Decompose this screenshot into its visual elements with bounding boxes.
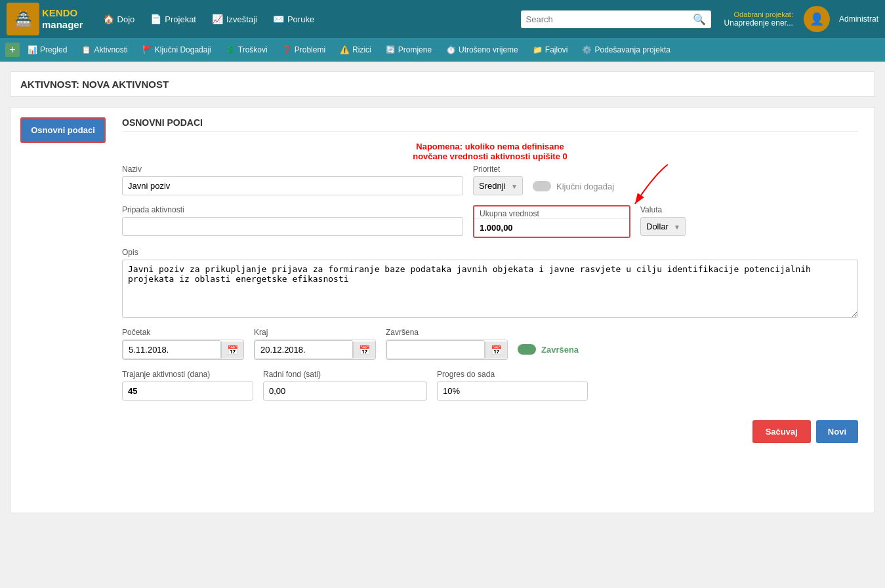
ukupna-input[interactable]: [474, 218, 629, 237]
second-navigation: + 📊 Pregled 📋 Aktivnosti 🚩 Ključni Događ…: [0, 38, 885, 62]
opis-textarea[interactable]: Javni poziv za prikupljanje prijava za f…: [122, 260, 858, 318]
row-dates: Početak 📅 Kraj 📅 Završena: [122, 328, 858, 360]
pocetak-label: Početak: [122, 328, 244, 337]
content-layout: Osnovni podaci OSNOVNI PODACI Napomena: …: [10, 107, 875, 513]
zavrsena-input-wrapper: 📅: [386, 340, 508, 360]
project-info: Odabrani projekat: Unapređenje ener...: [724, 10, 793, 28]
chart-small-icon: 📊: [28, 45, 37, 54]
valuta-select[interactable]: Dollar Euro KM: [640, 217, 686, 236]
refresh-icon: 🔄: [386, 45, 396, 54]
arrow-annotation: [615, 161, 674, 214]
group-ukupna: Ukupna vrednost: [473, 205, 630, 238]
logo-icon: 🏯: [7, 3, 39, 35]
home-icon: 🏠: [103, 14, 114, 24]
zavrsena-input[interactable]: [386, 340, 485, 359]
notice-container: Napomena: ukoliko nema definisane novčan…: [122, 142, 858, 161]
pocetak-calendar-button[interactable]: 📅: [221, 342, 243, 359]
project-label: Odabrani projekat:: [724, 10, 793, 18]
radni-label: Radni fond (sati): [263, 370, 427, 379]
pocetak-input-wrapper: 📅: [122, 340, 244, 360]
nav-problemi[interactable]: ❓ Problemi: [276, 42, 332, 58]
row-trajanje-progres: Trajanje aktivnosti (dana) Radni fond (s…: [122, 370, 858, 401]
search-input[interactable]: [526, 14, 689, 24]
top-navigation: 🏯 KENDOmanager 🏠 Dojo 📄 Projekat 📈 Izveš…: [0, 0, 885, 38]
dollar-icon: 💲: [226, 45, 236, 54]
nav-fajlovi[interactable]: 📁 Fajlovi: [526, 42, 575, 58]
kljucni-dogadjaj-checkbox[interactable]: [533, 181, 551, 191]
zavrsena-toggle[interactable]: [518, 344, 536, 355]
group-naziv: Naziv: [122, 165, 463, 195]
avatar[interactable]: 👤: [804, 6, 830, 32]
folder-icon: 📁: [533, 45, 543, 54]
kraj-input-wrapper: 📅: [254, 340, 376, 360]
valuta-select-wrapper: Dollar Euro KM: [640, 217, 686, 236]
group-prioritet: Prioritet Nizak Srednji Visok: [473, 165, 523, 195]
group-trajanje: Trajanje aktivnosti (dana): [122, 370, 253, 401]
search-icon[interactable]: 🔍: [693, 13, 706, 26]
kljucni-dogadjaj-label: Ključni događaj: [556, 182, 614, 191]
bottom-buttons: Sačuvaj Novi: [122, 414, 858, 443]
kraj-calendar-button[interactable]: 📅: [353, 342, 375, 359]
opis-label: Opis: [122, 248, 858, 257]
group-radni: Radni fond (sati): [263, 370, 427, 401]
nav-item-projekat[interactable]: 📄 Projekat: [144, 10, 203, 28]
nav-item-izvestaji[interactable]: 📈 Izveštaji: [205, 10, 264, 28]
page-title: AKTIVNOST: NOVA AKTIVNOST: [10, 71, 875, 97]
prioritet-label: Prioritet: [473, 165, 523, 174]
form-section-title: OSNOVNI PODACI: [122, 117, 858, 132]
nav-item-dojo[interactable]: 🏠 Dojo: [96, 10, 142, 28]
logo[interactable]: 🏯 KENDOmanager: [7, 3, 83, 35]
trajanje-label: Trajanje aktivnosti (dana): [122, 370, 253, 379]
nav-rizici[interactable]: ⚠️ Rizici: [333, 42, 378, 58]
admin-label: Administrat: [839, 14, 878, 24]
novi-button[interactable]: Novi: [816, 420, 858, 443]
search-box: 🔍: [521, 10, 711, 28]
add-button[interactable]: +: [5, 43, 20, 57]
nav-item-poruke[interactable]: ✉️ Poruke: [266, 10, 321, 28]
zavrsena-toggle-label: Završena: [541, 345, 579, 355]
radni-input[interactable]: [263, 382, 427, 401]
zavrsena-calendar-button[interactable]: 📅: [485, 342, 507, 359]
flag-icon: 🚩: [142, 45, 152, 54]
pocetak-input[interactable]: [123, 340, 221, 359]
sacuvaj-button[interactable]: Sačuvaj: [752, 420, 811, 443]
nav-aktivnosti[interactable]: 📋 Aktivnosti: [75, 42, 134, 58]
row-pripada-ukupna: Pripada aktivnosti Ukupna vrednost Valut…: [122, 205, 858, 238]
zavrsena-toggle-group: Završena: [518, 344, 579, 355]
mail-icon: ✉️: [273, 14, 284, 24]
group-pripada: Pripada aktivnosti: [122, 205, 463, 236]
project-name: Unapređenje ener...: [724, 18, 793, 28]
kraj-input[interactable]: [255, 340, 353, 359]
nav-kljucni-dogadjaji[interactable]: 🚩 Ključni Događaji: [136, 42, 218, 58]
gear-icon: ⚙️: [582, 45, 592, 54]
question-icon: ❓: [282, 45, 292, 54]
clock-icon: ⏱️: [446, 45, 456, 54]
nav-troskovi[interactable]: 💲 Troškovi: [219, 42, 274, 58]
notice-text: Napomena: ukoliko nema definisane novčan…: [413, 142, 567, 161]
naziv-input[interactable]: [122, 176, 463, 195]
group-kraj: Kraj 📅: [254, 328, 376, 360]
sidebar-tab-osnovni[interactable]: Osnovni podaci: [20, 117, 106, 143]
ukupna-label: Ukupna vrednost: [474, 209, 629, 218]
naziv-label: Naziv: [122, 165, 463, 174]
progres-label: Progres do sada: [437, 370, 588, 379]
row-opis: Opis Javni poziv za prikupljanje prijava…: [122, 248, 858, 318]
progres-input[interactable]: [437, 382, 588, 401]
trajanje-input[interactable]: [122, 382, 253, 401]
group-opis: Opis Javni poziv za prikupljanje prijava…: [122, 248, 858, 318]
nav-pregled[interactable]: 📊 Pregled: [21, 42, 73, 58]
warning-icon: ⚠️: [340, 45, 350, 54]
pripada-input[interactable]: [122, 217, 463, 236]
nav-utroseno[interactable]: ⏱️ Utrošeno vrijeme: [440, 42, 525, 58]
document-icon: 📄: [150, 14, 161, 24]
prioritet-select[interactable]: Nizak Srednji Visok: [473, 176, 523, 195]
clipboard-icon: 📋: [81, 45, 91, 54]
group-progres: Progres do sada: [437, 370, 588, 401]
top-nav-items: 🏠 Dojo 📄 Projekat 📈 Izveštaji ✉️ Poruke: [96, 10, 514, 28]
row-naziv-prioritet: Naziv Prioritet Nizak Srednji Visok: [122, 165, 858, 195]
group-pocetak: Početak 📅: [122, 328, 244, 360]
nav-promjene[interactable]: 🔄 Promjene: [379, 42, 438, 58]
nav-podesavanja[interactable]: ⚙️ Podešavanja projekta: [575, 42, 676, 58]
group-zavrsena-date: Završena 📅: [386, 328, 508, 360]
main-content: AKTIVNOST: NOVA AKTIVNOST Osnovni podaci…: [0, 62, 885, 588]
